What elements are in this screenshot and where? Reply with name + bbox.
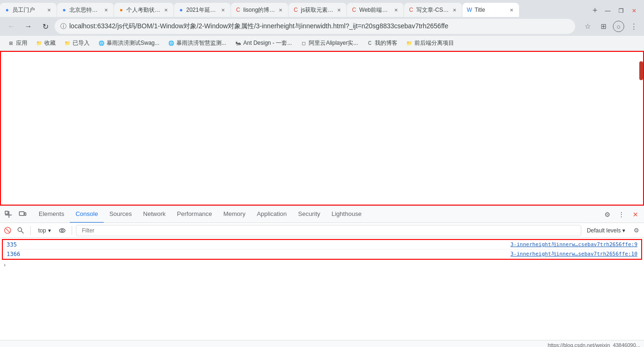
console-settings-icon[interactable]: ⚙ (631, 225, 642, 236)
log-levels-select[interactable]: Default levels ▾ (583, 226, 629, 235)
tab-title: lisong的博… (243, 6, 275, 14)
context-select[interactable]: top ▾ (34, 226, 55, 235)
device-toggle-icon[interactable] (16, 208, 29, 221)
tab-favicon: C (235, 7, 241, 13)
tab-favicon: C (408, 7, 414, 13)
inspect-element-icon[interactable] (2, 208, 15, 221)
console-source-2[interactable]: 3-innerheight与innerw…sebav7trh2656ffe:10 (511, 250, 637, 257)
tab-title: 员工门户 (12, 6, 43, 14)
scrollbar[interactable] (639, 61, 643, 80)
bookmark-item[interactable]: C我的博客 (363, 38, 401, 49)
bookmark-item[interactable]: 📁已导入 (60, 38, 93, 49)
browser-tab-tab3[interactable]: ● 个人考勤状… ✕ (114, 3, 173, 17)
devtools-settings-icon[interactable]: ⚙ (601, 208, 614, 221)
bookmark-icon: 🌐 (98, 40, 105, 47)
svg-rect-3 (19, 212, 24, 215)
bookmark-label: 我的博客 (375, 39, 397, 47)
tab-title: 北京思特… (69, 6, 100, 14)
tab-close-icon[interactable]: ✕ (335, 6, 343, 14)
bookmark-item[interactable]: 📁前后端分离项目 (402, 38, 458, 49)
tab-close-icon[interactable]: ✕ (277, 6, 284, 14)
bookmark-item[interactable]: 🌐暴雨洪涝测试Swag... (94, 38, 163, 49)
bookmark-icon: 📁 (64, 40, 71, 47)
bookmark-item[interactable]: ◻阿里云Aliplayer实... (297, 38, 362, 49)
browser-tab-tab1[interactable]: ● 员工门户 ✕ (0, 3, 57, 17)
tab-close-icon[interactable]: ✕ (219, 6, 227, 14)
svg-rect-4 (25, 213, 26, 215)
devtools-close-icon[interactable]: ✕ (629, 208, 642, 221)
tab-close-icon[interactable]: ✕ (392, 6, 400, 14)
eye-icon[interactable] (57, 225, 68, 236)
console-row-2: 1366 3-innerheight与innerw…sebav7trh2656f… (3, 249, 641, 259)
address-icons: ☆ ⊞ ○ ⋮ (581, 20, 640, 33)
devtools-tab-lighthouse[interactable]: Lighthouse (326, 206, 367, 223)
bookmark-star-icon[interactable]: ☆ (581, 20, 594, 33)
back-button[interactable]: ← (4, 19, 19, 34)
bookmark-item[interactable]: 🐜Ant Design - 一套... (231, 38, 296, 49)
devtools-tab-security[interactable]: Security (292, 206, 326, 223)
bookmark-icon: ◻ (300, 40, 307, 47)
new-tab-button[interactable]: + (588, 4, 602, 17)
devtools-more-icon[interactable]: ⋮ (615, 208, 628, 221)
devtools-tab-network[interactable]: Network (138, 206, 172, 223)
console-source-1[interactable]: 3-innerheight与innerw…csebav7trh2656ffe:9 (511, 241, 637, 248)
svg-point-5 (18, 228, 22, 231)
webpage-content (0, 51, 644, 206)
bookmark-item[interactable]: 🌐暴雨洪涝智慧监测... (164, 38, 230, 49)
bookmark-icon: 📁 (36, 40, 42, 47)
tab-close-icon[interactable]: ✕ (102, 6, 110, 14)
filter-input[interactable] (78, 225, 579, 236)
tab-title: Title (475, 7, 506, 13)
bookmark-item[interactable]: 📁收藏 (32, 38, 59, 49)
browser-tab-tab8[interactable]: C 写文章-CS… ✕ (404, 3, 462, 17)
prompt-arrow: › (4, 262, 6, 268)
profile-icon[interactable]: ○ (613, 21, 624, 32)
filter-input-wrap[interactable] (76, 225, 581, 236)
devtools-tab-performance[interactable]: Performance (171, 206, 217, 223)
bookmark-item[interactable]: ⊞应用 (4, 38, 31, 49)
devtools-tab-elements[interactable]: Elements (33, 206, 70, 223)
status-url: https://blog.csdn.net/weixin_43846090... (548, 342, 640, 347)
address-bar: ← → ↻ ⓘ localhost:63342/js代码/BOM/1-Windo… (0, 17, 644, 36)
close-button[interactable]: ✕ (628, 5, 640, 17)
browser-tab-tab2[interactable]: ● 北京思特… ✕ (57, 3, 114, 17)
console-output-highlighted: 335 3-innerheight与innerw…csebav7trh2656f… (2, 239, 642, 260)
bookmark-label: 暴雨洪涝智慧监测... (176, 39, 226, 47)
console-output: 335 3-innerheight与innerw…csebav7trh2656f… (0, 238, 644, 340)
restore-button[interactable]: ❐ (615, 5, 627, 17)
refresh-button[interactable]: ↻ (38, 19, 53, 34)
tab-close-icon[interactable]: ✕ (45, 6, 53, 14)
devtools-tab-memory[interactable]: Memory (218, 206, 251, 223)
minimize-button[interactable]: — (602, 5, 614, 17)
tab-bar: ● 员工门户 ✕ ● 北京思特… ✕ ● 个人考勤状… ✕ ● 2021年延… … (0, 0, 644, 17)
browser-tab-tab7[interactable]: C Web前端… ✕ (347, 3, 404, 17)
tab-close-icon[interactable]: ✕ (451, 6, 458, 14)
browser-tab-tab5[interactable]: C lisong的博… ✕ (231, 3, 288, 17)
menu-icon[interactable]: ⋮ (627, 20, 640, 33)
tab-title: Web前端… (359, 6, 390, 14)
bookmark-label: 已导入 (73, 39, 90, 47)
browser-tab-tab6[interactable]: C js获取元素… ✕ (289, 3, 347, 17)
bookmark-label: 阿里云Aliplayer实... (309, 39, 358, 47)
toolbar-divider2 (72, 226, 72, 235)
devtools-tab-application[interactable]: Application (251, 206, 293, 223)
toolbar-divider (30, 226, 31, 235)
tab-close-icon[interactable]: ✕ (508, 6, 515, 14)
tab-favicon: W (466, 7, 473, 13)
tab-favicon: ● (118, 7, 124, 13)
extensions-icon[interactable]: ⊞ (597, 20, 610, 33)
filter-icon[interactable] (15, 225, 26, 236)
clear-console-icon[interactable]: 🚫 (2, 225, 13, 236)
status-bar: https://blog.csdn.net/weixin_43846090... (0, 340, 644, 347)
devtools-tab-console[interactable]: Console (70, 206, 104, 223)
address-input[interactable]: ⓘ localhost:63342/js代码/BOM/1-Window对象/2-… (55, 19, 575, 34)
browser-tab-tab9[interactable]: W Title ✕ (462, 3, 519, 17)
tab-favicon: C (292, 7, 299, 13)
forward-button[interactable]: → (21, 19, 36, 34)
devtools-tab-sources[interactable]: Sources (104, 206, 138, 223)
tab-close-icon[interactable]: ✕ (162, 6, 170, 14)
bookmark-label: 收藏 (44, 39, 56, 47)
bookmark-label: Ant Design - 一套... (243, 39, 292, 47)
browser-tab-tab4[interactable]: ● 2021年延… ✕ (174, 3, 231, 17)
devtools-tab-list: ElementsConsoleSourcesNetworkPerformance… (33, 206, 601, 223)
